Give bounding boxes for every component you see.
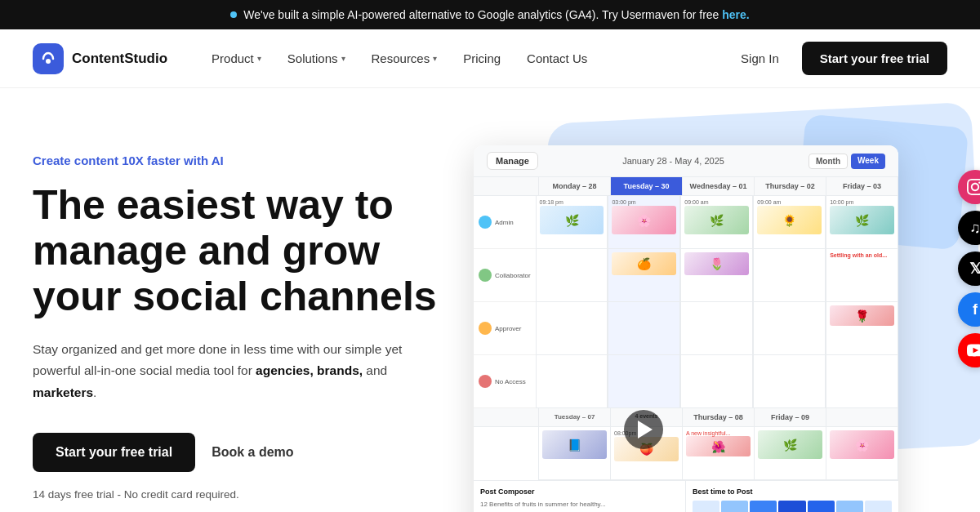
row2-cell-1[interactable]: 📘 [539,427,611,480]
role-noaccess-label: No Access [495,378,526,385]
hero-right: Manage January 28 - May 4, 2025 Month We… [474,137,947,512]
day-col-fri: 10:00 pm 🌿 Settling with an old... 🌹 [826,196,898,408]
nav-contact[interactable]: Contact Us [515,45,599,72]
day-cell-wed-approver[interactable] [681,302,753,355]
post-time: 03:00 pm [612,199,676,205]
hero-tagline: Create content 10X faster with AI [33,154,441,167]
overdue-label2: A new insightful... [686,430,751,436]
heat-cell [693,501,719,512]
day-cell-wed-admin[interactable]: 09:00 am 🌿 [681,196,753,249]
post-img: 🌻 [757,206,822,234]
day-cell-thu-collab[interactable] [754,249,826,302]
nav-product[interactable]: Product ▾ [200,45,273,72]
cal-header-wed: Wednesday – 01 [683,177,755,196]
cal-header-empty [474,177,539,196]
dashboard-bottom: Post Composer 12 Benefits of fruits in s… [474,480,898,512]
day-cell-tue-approver[interactable] [608,302,680,355]
nav-pricing[interactable]: Pricing [452,45,512,72]
post-img: 🌿 [540,206,604,234]
month-view-button[interactable]: Month [808,154,848,169]
side-instagram-icon[interactable] [958,170,980,204]
cal-row2-thu2: Thursday – 08 [683,408,755,427]
role-admin: Admin [474,196,536,249]
manage-button[interactable]: Manage [487,152,538,170]
heat-cell [721,501,748,512]
side-social-icons: ♫ 𝕏 f [958,170,980,367]
hero-title: The easiest way to manage and grow your … [33,182,441,319]
post-img: 🌸 [612,206,676,234]
day-cell-thu-admin[interactable]: 09:00 am 🌻 [754,196,826,249]
day-cell-fri-approver[interactable]: 🌹 [826,302,898,355]
best-time-panel: Best time to Post [686,481,898,512]
day-col-tue: 03:00 pm 🌸 🍊 [608,196,681,408]
role-collaborator: Collaborator [474,249,536,302]
hero-trial-button[interactable]: Start your free trial [33,433,195,472]
logo[interactable]: ContentStudio [33,43,167,74]
navbar: ContentStudio Product ▾ Solutions ▾ Reso… [0,29,980,88]
day-col-wed: 09:00 am 🌿 🌷 [681,196,754,408]
post-img: 📘 [542,430,607,459]
row2-cell-5[interactable]: 🌸 [826,427,898,480]
calendar-row2-body: 📘 08:00pm 🍑 A new insightful... 🌺 🌿 [474,427,898,480]
day-cell-fri-admin[interactable]: 10:00 pm 🌿 [826,196,898,249]
nav-solutions[interactable]: Solutions ▾ [276,45,357,72]
chevron-down-icon: ▾ [341,54,345,63]
row2-cell-3[interactable]: A new insightful... 🌺 [683,427,755,480]
role-noaccess: No Access [474,355,536,408]
svg-point-0 [46,59,51,64]
sign-in-link[interactable]: Sign In [731,45,789,72]
post-img: 🌿 [830,206,894,234]
nav-trial-button[interactable]: Start your free trial [802,42,947,75]
cal-header-mon: Monday – 28 [539,177,611,196]
day-cell-tue-noaccess[interactable] [608,355,680,408]
cal-header-fri: Friday – 03 [826,177,898,196]
day-cell-thu-noaccess[interactable] [754,355,826,408]
side-tiktok-icon[interactable]: ♫ [958,211,980,245]
day-cell-fri-collab[interactable]: Settling with an old... [826,249,898,302]
heat-map-grid [693,501,892,512]
role-approver: Approver [474,302,536,355]
side-youtube-icon[interactable] [958,333,980,367]
post-time: 10:00 pm [830,199,894,205]
day-cell-fri-noaccess[interactable] [826,355,898,408]
role-approver-label: Approver [495,325,521,332]
logo-icon [33,43,64,74]
day-cell-mon-collab[interactable] [537,249,608,302]
hero-demo-button[interactable]: Book a demo [212,433,293,472]
post-img: 🍊 [612,252,676,275]
role-admin-label: Admin [495,219,514,226]
day-cell-tue-admin[interactable]: 03:00 pm 🌸 [608,196,680,249]
day-cell-thu-approver[interactable] [754,302,826,355]
composer-title: Post Composer [480,488,679,496]
heat-cell [750,501,777,512]
overdue-label: Settling with an old... [830,252,894,258]
composer-panel: Post Composer 12 Benefits of fruits in s… [474,481,686,512]
cal-row2-sat2 [826,408,898,427]
cal-header-tue: Tuesday – 30 [611,177,683,196]
week-view-button[interactable]: Week [851,154,885,169]
top-banner: We've built a simple AI-powered alternat… [0,0,980,29]
cal-row2-fri2: Friday – 09 [755,408,826,427]
dashboard-header-left: Manage [487,152,538,170]
day-cell-wed-collab[interactable]: 🌷 [681,249,753,302]
row2-cell-4[interactable]: 🌿 [755,427,826,480]
role-collaborator-label: Collaborator [495,272,531,279]
day-cell-wed-noaccess[interactable] [681,355,753,408]
play-triangle-icon [638,421,653,439]
banner-link[interactable]: here. [722,8,749,21]
side-facebook-icon[interactable]: f [958,292,980,327]
heat-cell [778,501,805,512]
play-button[interactable] [624,410,663,449]
post-time: 09:00 am [757,199,822,205]
best-time-title: Best time to Post [693,488,892,496]
cal-row2-tue2: Tuesday – 07 [539,408,611,427]
day-cell-mon-noaccess[interactable] [537,355,608,408]
day-cell-tue-collab[interactable]: 🍊 [608,249,680,302]
nav-resources[interactable]: Resources ▾ [360,45,449,72]
day-cell-mon-admin[interactable]: 09:18 pm 🌿 [537,196,608,249]
side-twitter-x-icon[interactable]: 𝕏 [958,252,980,286]
trial-note: 14 days free trial - No credit card requ… [33,488,441,501]
approver-avatar [479,322,492,335]
post-img: 🌿 [758,430,822,459]
day-cell-mon-approver[interactable] [537,302,608,355]
